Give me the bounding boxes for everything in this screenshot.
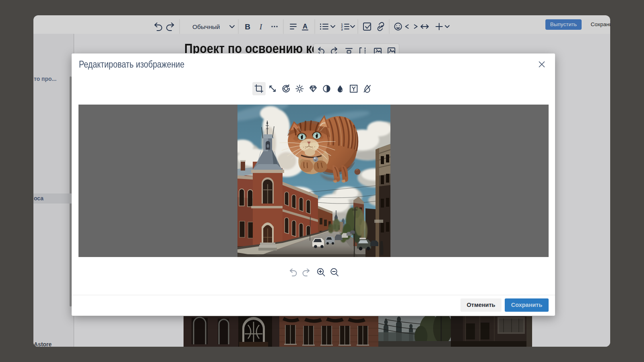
- svg-text:Обычный: Обычный: [192, 23, 220, 30]
- svg-text:I: I: [259, 23, 263, 31]
- svg-text:B: B: [245, 23, 250, 31]
- svg-text:3: 3: [341, 28, 343, 31]
- svg-text:A: A: [303, 23, 308, 30]
